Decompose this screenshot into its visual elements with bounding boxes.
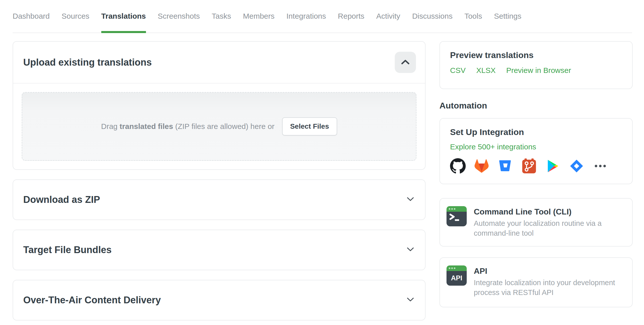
project-tabs-nav: Dashboard Sources Translations Screensho…	[13, 0, 632, 33]
upload-card-header[interactable]: Upload existing translations	[13, 42, 425, 84]
preview-xlsx-link[interactable]: XLSX	[476, 66, 496, 75]
preview-translations-card: Preview translations CSV XLSX Preview in…	[439, 41, 633, 89]
set-up-integration-card: Set Up Integration Explore 500+ integrat…	[439, 118, 633, 184]
chevron-down-icon	[407, 297, 414, 303]
upload-card-body: Drag translated files (ZIP files are all…	[13, 84, 425, 169]
github-icon[interactable]	[450, 158, 466, 174]
chevron-down-icon	[407, 247, 414, 253]
tab-tools[interactable]: Tools	[464, 0, 482, 33]
tab-sources[interactable]: Sources	[62, 0, 89, 33]
api-card-description: Integrate localization into your develop…	[474, 278, 615, 297]
translations-main-column: Upload existing translations Drag transl…	[13, 41, 426, 320]
dropzone-instruction: Drag translated files (ZIP files are all…	[101, 122, 274, 131]
cli-tool-card[interactable]: Command Line Tool (CLI) Automate your lo…	[439, 198, 633, 247]
api-card-title: API	[474, 266, 615, 276]
tab-settings[interactable]: Settings	[494, 0, 521, 33]
chevron-down-icon	[407, 197, 414, 202]
select-files-button[interactable]: Select Files	[282, 117, 337, 136]
collapse-section-button[interactable]	[395, 52, 416, 73]
ota-content-delivery-accordion[interactable]: Over-The-Air Content Delivery	[13, 280, 426, 320]
cli-card-text: Command Line Tool (CLI) Automate your lo…	[474, 205, 602, 246]
ota-content-delivery-title: Over-The-Air Content Delivery	[23, 295, 161, 306]
tab-screenshots[interactable]: Screenshots	[158, 0, 200, 33]
translations-side-column: Preview translations CSV XLSX Preview in…	[439, 41, 633, 307]
explore-integrations-link[interactable]: Explore 500+ integrations	[450, 143, 536, 151]
tab-members[interactable]: Members	[243, 0, 275, 33]
api-card-text: API Integrate localization into your dev…	[474, 264, 615, 307]
tab-activity[interactable]: Activity	[376, 0, 400, 33]
api-icon: API	[447, 265, 467, 307]
gitlab-icon[interactable]	[474, 158, 489, 174]
download-as-zip-accordion[interactable]: Download as ZIP	[13, 179, 426, 220]
tab-discussions[interactable]: Discussions	[412, 0, 453, 33]
tab-translations[interactable]: Translations	[101, 0, 146, 33]
api-card[interactable]: API API Integrate localization into your…	[439, 257, 633, 307]
tab-reports[interactable]: Reports	[338, 0, 364, 33]
more-integrations-icon[interactable]	[592, 158, 608, 174]
download-as-zip-title: Download as ZIP	[23, 194, 100, 205]
jira-icon[interactable]	[569, 158, 584, 174]
cli-card-description: Automate your localization routine via a…	[474, 219, 602, 238]
preview-csv-link[interactable]: CSV	[450, 66, 466, 75]
chevron-up-icon	[401, 60, 410, 65]
preview-links-row: CSV XLSX Preview in Browser	[450, 66, 622, 75]
automation-heading: Automation	[439, 101, 633, 111]
terminal-icon	[447, 206, 467, 246]
upload-card-title: Upload existing translations	[23, 57, 152, 68]
svg-text:API: API	[451, 274, 462, 282]
bitbucket-icon[interactable]	[498, 158, 513, 174]
tab-integrations[interactable]: Integrations	[286, 0, 326, 33]
google-play-icon[interactable]	[545, 158, 561, 174]
cli-card-title: Command Line Tool (CLI)	[474, 207, 602, 216]
tab-dashboard[interactable]: Dashboard	[13, 0, 50, 33]
upload-existing-translations-card: Upload existing translations Drag transl…	[13, 41, 426, 170]
integration-icons-row	[450, 158, 622, 174]
set-up-integration-title: Set Up Integration	[450, 127, 622, 137]
file-dropzone[interactable]: Drag translated files (ZIP files are all…	[22, 92, 416, 161]
target-file-bundles-title: Target File Bundles	[23, 245, 112, 255]
tab-tasks[interactable]: Tasks	[212, 0, 231, 33]
preview-translations-title: Preview translations	[450, 50, 622, 60]
preview-in-browser-link[interactable]: Preview in Browser	[506, 66, 571, 75]
target-file-bundles-accordion[interactable]: Target File Bundles	[13, 230, 426, 270]
git-icon[interactable]	[521, 158, 537, 174]
